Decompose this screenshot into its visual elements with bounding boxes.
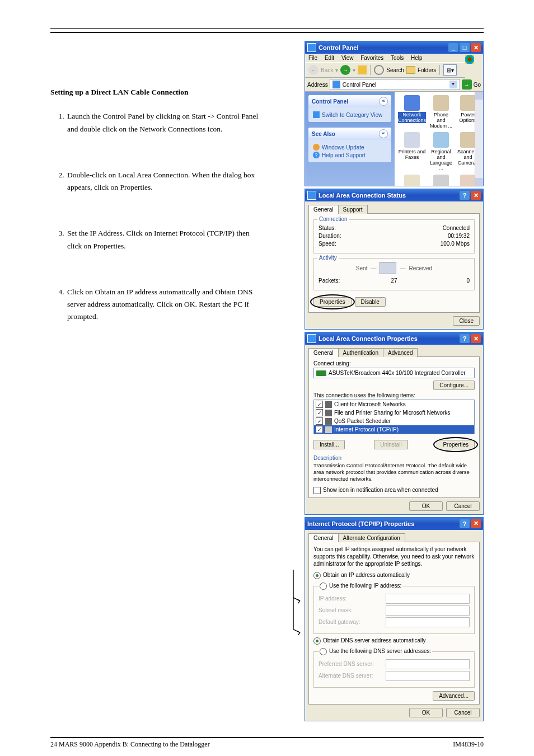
scrollbar[interactable] bbox=[475, 92, 483, 186]
menu-tools[interactable]: Tools bbox=[391, 55, 404, 61]
radio-auto-ip[interactable] bbox=[313, 572, 321, 579]
titlebar[interactable]: Control Panel _ □ ✕ bbox=[305, 41, 483, 54]
close-button[interactable]: ✕ bbox=[471, 191, 481, 200]
close-button[interactable]: ✕ bbox=[471, 43, 481, 52]
uninstall-button[interactable]: Uninstall bbox=[374, 440, 407, 449]
disable-button[interactable]: Disable bbox=[355, 297, 386, 307]
phone-modem-item[interactable]: Phone and Modem ... bbox=[428, 94, 454, 130]
help-button[interactable]: ? bbox=[460, 519, 470, 528]
dns1-label: Preferred DNS server: bbox=[318, 661, 386, 667]
group-activity: Activity bbox=[317, 255, 339, 261]
collapse-icon[interactable]: « bbox=[379, 97, 388, 106]
minimize-button[interactable]: _ bbox=[448, 43, 458, 52]
back-button[interactable]: ← bbox=[308, 65, 318, 75]
help-support-link[interactable]: ?Help and Support bbox=[313, 152, 387, 158]
properties-button[interactable]: Properties bbox=[313, 297, 352, 307]
install-button[interactable]: Install... bbox=[313, 440, 345, 449]
folders-icon bbox=[406, 66, 415, 74]
printers-item[interactable]: Printers and Faxes bbox=[397, 131, 427, 172]
menu-file[interactable]: File bbox=[308, 55, 317, 61]
list-item: ✓Client for Microsoft Networks bbox=[314, 400, 474, 408]
footer-right: IM4839-10 bbox=[453, 740, 484, 749]
list-item: ✓File and Printer Sharing for Microsoft … bbox=[314, 408, 474, 417]
radio-auto-dns[interactable] bbox=[313, 637, 321, 645]
up-button[interactable] bbox=[358, 65, 367, 74]
description-title: Description bbox=[313, 455, 475, 461]
close-button[interactable]: ✕ bbox=[471, 334, 481, 343]
windows-update-link[interactable]: Windows Update bbox=[313, 144, 387, 151]
close-button[interactable]: Close bbox=[453, 316, 480, 326]
gateway-input[interactable] bbox=[386, 617, 470, 627]
auto-ip-label: Obtain an IP address automatically bbox=[323, 572, 410, 578]
tab-general[interactable]: General bbox=[308, 205, 339, 214]
control-panel-window: Control Panel _ □ ✕ File Edit View Favor… bbox=[305, 41, 484, 186]
globe-icon bbox=[313, 144, 320, 151]
mask-input[interactable] bbox=[386, 605, 470, 616]
go-button[interactable]: → bbox=[462, 79, 472, 90]
network-connections-item[interactable]: Network Connections bbox=[397, 94, 427, 130]
step-3: Set the IP Address. Click on Internet Pr… bbox=[66, 227, 263, 252]
views-button[interactable]: ⊞▾ bbox=[443, 64, 457, 76]
close-button[interactable]: ✕ bbox=[471, 519, 481, 528]
collapse-icon[interactable]: « bbox=[379, 129, 388, 138]
regional-item[interactable]: Regional and Language ... bbox=[428, 131, 454, 172]
help-icon: ? bbox=[313, 152, 320, 158]
tab-authentication[interactable]: Authentication bbox=[338, 348, 383, 357]
icon-grid: Network Connections Phone and Modem ... … bbox=[395, 92, 483, 186]
checkbox-icon[interactable]: ✓ bbox=[316, 401, 323, 408]
menu-help[interactable]: Help bbox=[411, 55, 423, 61]
scroll-down-icon[interactable] bbox=[475, 178, 483, 186]
scroll-up-icon[interactable] bbox=[475, 92, 483, 100]
checkbox-icon[interactable]: ✓ bbox=[316, 417, 323, 425]
forward-button[interactable]: → bbox=[340, 65, 350, 75]
clock-icon bbox=[404, 175, 420, 186]
ok-button[interactable]: OK bbox=[409, 501, 443, 511]
menu-edit[interactable]: Edit bbox=[325, 55, 334, 61]
cancel-button[interactable]: Cancel bbox=[446, 501, 480, 511]
dns2-input[interactable] bbox=[386, 671, 470, 681]
radio-static-dns[interactable] bbox=[320, 648, 327, 655]
advanced-button[interactable]: Advanced... bbox=[433, 691, 475, 701]
ok-button[interactable]: OK bbox=[409, 708, 443, 717]
sounds-item[interactable]: Sounds and Audio Devices bbox=[428, 173, 454, 186]
checkbox-icon[interactable]: ✓ bbox=[316, 426, 323, 433]
menu-favorites[interactable]: Favorites bbox=[360, 55, 383, 61]
search-label[interactable]: Search bbox=[386, 67, 404, 73]
tab-general[interactable]: General bbox=[308, 533, 339, 542]
tab-support[interactable]: Support bbox=[338, 205, 368, 214]
dns2-label: Alternate DNS server: bbox=[318, 673, 386, 679]
tab-alternate[interactable]: Alternate Configuration bbox=[338, 533, 405, 542]
back-label: Back bbox=[321, 67, 333, 73]
address-input[interactable]: Control Panel ▾ bbox=[330, 79, 460, 90]
footer-left: 24 MARS 9000 Appendix B: Connecting to t… bbox=[50, 740, 210, 749]
cancel-button[interactable]: Cancel bbox=[446, 708, 480, 717]
help-button[interactable]: ? bbox=[460, 334, 470, 343]
phone-icon bbox=[433, 95, 449, 111]
menu-view[interactable]: View bbox=[341, 55, 354, 61]
activity-icon bbox=[380, 262, 396, 274]
properties-button[interactable]: Properties bbox=[437, 440, 475, 449]
help-button[interactable]: ? bbox=[460, 191, 470, 200]
qos-icon bbox=[325, 418, 332, 425]
speech-icon bbox=[460, 175, 476, 186]
switch-category-link[interactable]: Switch to Category View bbox=[313, 111, 387, 118]
checkbox-icon[interactable]: ✓ bbox=[316, 409, 323, 416]
radio-static-ip[interactable] bbox=[320, 583, 327, 590]
address-label: Address bbox=[307, 82, 328, 88]
items-list[interactable]: ✓Client for Microsoft Networks ✓File and… bbox=[313, 400, 475, 434]
tab-advanced[interactable]: Advanced bbox=[383, 348, 418, 357]
folders-label[interactable]: Folders bbox=[418, 67, 436, 73]
list-item: ✓QoS Packet Scheduler bbox=[314, 417, 474, 425]
dns1-input[interactable] bbox=[386, 659, 470, 669]
show-icon-checkbox[interactable] bbox=[313, 487, 321, 494]
step-1: Launch the Control Panel by clicking on … bbox=[66, 110, 263, 135]
tab-general[interactable]: General bbox=[308, 348, 339, 357]
scheduled-tasks-item[interactable]: Scheduled Tasks bbox=[397, 173, 427, 186]
maximize-button[interactable]: □ bbox=[460, 43, 470, 52]
configure-button[interactable]: Configure... bbox=[433, 381, 475, 390]
dropdown-icon[interactable]: ▾ bbox=[449, 81, 457, 88]
status-label: Status: bbox=[318, 225, 336, 231]
static-dns-label: Use the following DNS server addresses: bbox=[329, 648, 431, 654]
received-label: Received bbox=[409, 265, 432, 271]
ip-input[interactable] bbox=[386, 594, 470, 604]
